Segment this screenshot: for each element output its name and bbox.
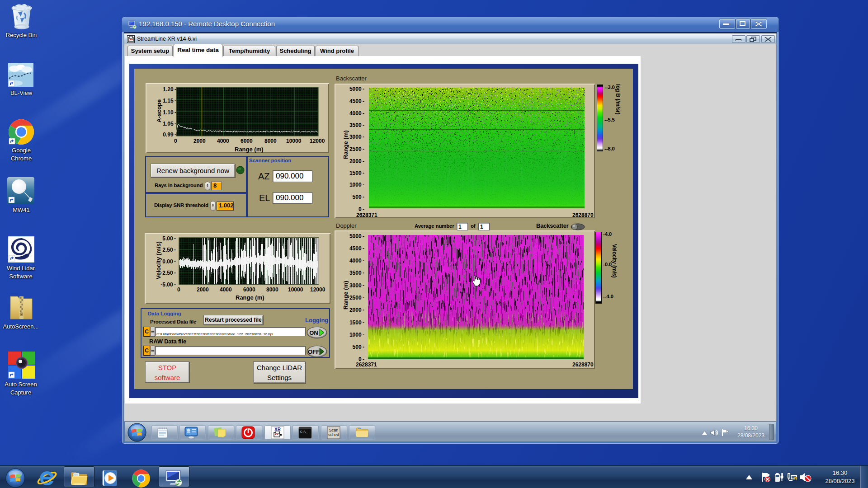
svg-text:Scan: Scan bbox=[329, 428, 339, 432]
svg-text:C:\_: C:\_ bbox=[300, 430, 308, 434]
svg-text:OFF: OFF bbox=[308, 348, 320, 355]
svg-text:sched: sched bbox=[328, 432, 339, 437]
svg-text:ON: ON bbox=[309, 329, 318, 336]
svg-text:!: ! bbox=[795, 478, 796, 480]
